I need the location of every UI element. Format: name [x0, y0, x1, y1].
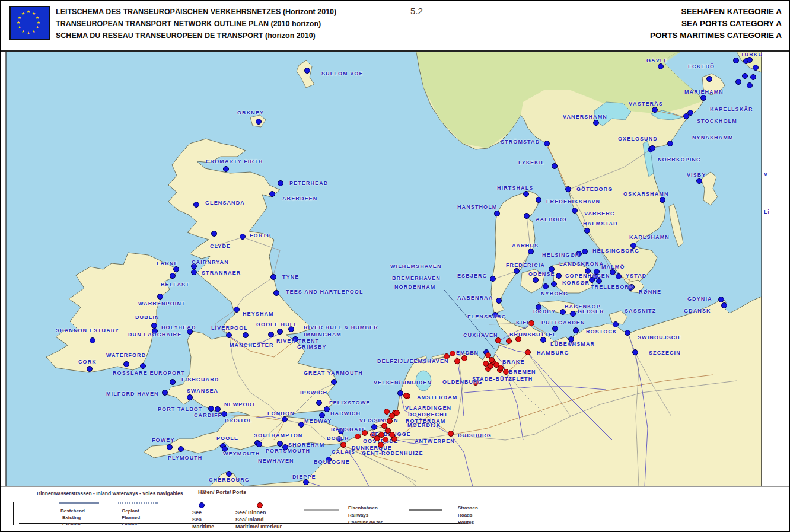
sea-port-dot: [496, 298, 502, 304]
port-label: GRIMSBY: [297, 344, 327, 350]
sea-port-dot: [660, 197, 665, 203]
sea-port-dot: [215, 406, 221, 412]
waterway-planned-de: Geplant: [122, 508, 139, 514]
port-label: HELSINGBORG: [592, 248, 639, 254]
sea-port-dot: [221, 411, 227, 417]
sea-inland-port-dot: [450, 351, 455, 356]
port-label: RIVER HULL & HUMBER: [304, 324, 378, 330]
sea-port-dot: [268, 332, 274, 337]
sea-port-dot: [596, 278, 602, 284]
port-label: STADE-BÜTZFLETH: [472, 376, 533, 382]
port-label: GLENSANDA: [205, 200, 245, 206]
sea-port-dot: [533, 277, 539, 283]
sea-port-dot: [90, 337, 95, 343]
port-label: HANSTHOLM: [457, 204, 497, 210]
svg-text:★: ★: [36, 25, 39, 30]
port-layer: SULLOM VOEORKNEYCROMARTY FIRTHPETERHEADA…: [1, 1, 790, 532]
right-title-de: SEEHÄFEN KATEGORIE A: [650, 6, 782, 18]
port-label: ABERDEEN: [282, 196, 317, 202]
port-label: EMDEN: [456, 350, 479, 356]
railways-fr: Chemins de fer: [348, 520, 383, 525]
port-label: SULLOM VOE: [321, 71, 364, 77]
port-label: IMMINGHAM: [304, 332, 342, 337]
sea-port-dot: [223, 166, 229, 172]
svg-text:★: ★: [27, 9, 30, 14]
sea-port-dot: [170, 273, 176, 279]
sea-port-dot: [490, 276, 496, 282]
sea-port-dot: [371, 424, 377, 430]
port-label: DUBLIN: [135, 314, 160, 320]
port-label: NORDENHAM: [394, 284, 435, 290]
sea-port-dot: [278, 180, 283, 186]
sea-port-dot: [570, 311, 576, 317]
sea-port-dot: [523, 191, 529, 197]
sea-inland-port-dot: [448, 431, 454, 437]
port-label: ROSSLARE EUROPORT: [113, 370, 185, 376]
sea-port-dot: [565, 186, 571, 192]
port-label: GÄVLE: [646, 58, 668, 63]
sea-port-dot: [191, 269, 197, 275]
port-label: FISHGUARD: [181, 377, 219, 383]
clipped-edge-label: Li: [764, 209, 770, 215]
sea-port-dot: [269, 191, 275, 197]
road-legend-line: [409, 509, 442, 511]
svg-text:★: ★: [21, 29, 25, 34]
port-label: SASSNITZ: [625, 308, 656, 314]
port-label: MANCHESTER: [230, 342, 274, 348]
sea-port-dot: [397, 390, 403, 396]
roads-en: Roads: [458, 512, 472, 518]
sea-port-dot: [687, 110, 693, 116]
port-label: PORTSMOUTH: [266, 448, 310, 454]
sea-port-dot: [282, 444, 288, 450]
port-label: ESBJERG: [457, 273, 488, 279]
svg-text:★: ★: [32, 29, 36, 34]
port-label: VARBERG: [584, 211, 615, 216]
sea-inland-port-dot: [495, 337, 501, 343]
port-label: CROMARTY FIRTH: [206, 158, 263, 164]
railways-en: Railways: [348, 512, 368, 518]
sea-port-dot: [256, 441, 262, 447]
map: SULLOM VOEORKNEYCROMARTY FIRTHPETERHEADA…: [1, 1, 790, 532]
port-label: MILFORD HAVEN: [106, 391, 159, 397]
port-label: VELSEN/IJMUIDEN: [374, 380, 432, 386]
port-label: SZCZECIN: [649, 350, 681, 356]
sea-port-dot: [123, 361, 129, 367]
svg-text:★: ★: [18, 15, 21, 20]
svg-text:★: ★: [21, 11, 25, 16]
sea-port-dot: [742, 73, 748, 79]
port-label: HARWICH: [330, 410, 361, 416]
legend: Binnenwasserstrassen - Inland waterways …: [1, 486, 790, 532]
port-label: FLENSBURG: [467, 314, 507, 320]
sea-port-dot: [593, 120, 599, 126]
port-label: KORSØR: [562, 280, 590, 286]
port-sea-inland-en: Sea/ Inland: [235, 517, 264, 523]
port-label: TEES AND HARTLEPOOL: [286, 289, 364, 295]
sea-port-dot: [747, 57, 753, 63]
sea-inland-port-dot: [488, 363, 493, 369]
sea-inland-port-dot: [374, 435, 380, 441]
port-label: RIVER TRENT: [276, 338, 319, 344]
sea-port-dot: [747, 82, 753, 88]
port-label: CORK: [78, 359, 97, 365]
railways-de: Eisenbahnen: [348, 505, 378, 511]
sea-port-dot: [540, 337, 546, 343]
sea-port-dot: [528, 249, 534, 254]
port-label: WILHEMSHAVEN: [390, 263, 442, 269]
waterway-existing-fr: Existant: [62, 521, 81, 527]
header-title-fr: SCHEMA DU RESEAU TRANSEUROPEEN DE TRANSP…: [56, 30, 336, 42]
sea-port-dot: [649, 145, 655, 151]
port-label: DUN LAOGHAIRE: [128, 332, 181, 337]
sea-port-dot: [170, 379, 176, 385]
sea-inland-port-dot: [355, 434, 361, 439]
sea-port-dot: [630, 243, 636, 249]
port-label: GEDSER: [578, 308, 604, 314]
sea-inland-port-dot: [525, 349, 531, 355]
legend-ports-title: Häfen/ Ports/ Ports: [198, 489, 246, 495]
sea-port-dot: [658, 63, 664, 69]
legend-waterways-title: Binnenwasserstrassen - Inland waterways …: [37, 490, 183, 496]
port-label: SHOREHAM: [288, 442, 324, 448]
port-label: CHERBOURG: [209, 477, 250, 483]
port-label: NEWPORT: [224, 402, 256, 407]
port-label: TURKU: [741, 52, 763, 58]
port-label: PUTTGARDEN: [541, 320, 585, 326]
